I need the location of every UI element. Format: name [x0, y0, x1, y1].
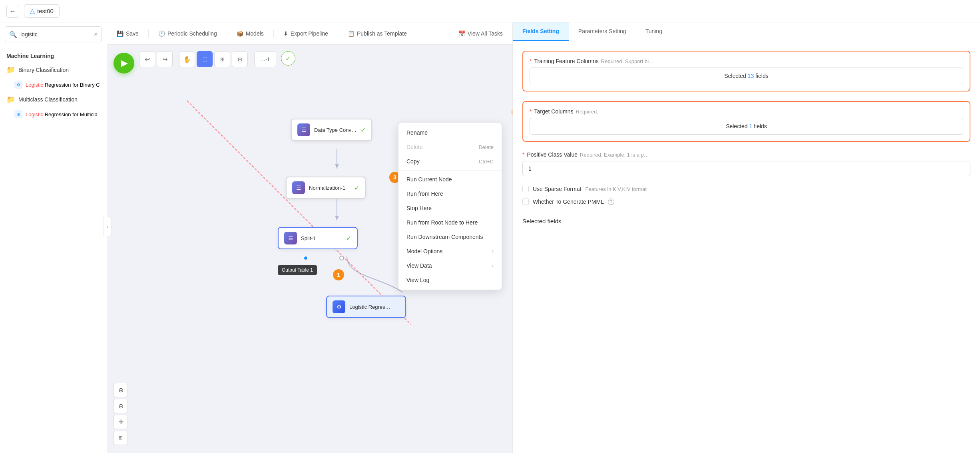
run-button[interactable]: ▶: [114, 53, 134, 74]
sidebar-item-logistic-binary[interactable]: ⚙ Logistic Regression for Binary C: [0, 77, 107, 92]
right-panel: Logistic Regression for Binary Clas… doc…: [512, 0, 980, 453]
top-bar: ← △ test00: [0, 0, 980, 22]
training-feature-title: Training Feature Columns: [534, 58, 598, 64]
zoom-out-button[interactable]: ⊖: [114, 399, 128, 413]
positive-class-title: Positive Class Value: [527, 151, 578, 158]
folder-icon: 📁: [6, 66, 15, 74]
sidebar-folder-multiclass[interactable]: 📁 Multiclass Classification: [0, 92, 107, 107]
publish-button[interactable]: 📋 Publish as Template: [345, 29, 410, 38]
svg-marker-0: [335, 164, 339, 169]
node-data-type[interactable]: ☰ Data Type Conv… ✓: [291, 119, 372, 141]
ctx-stop-here-label: Stop Here: [406, 205, 432, 211]
positive-class-input[interactable]: [522, 161, 970, 176]
select-icon: ⬚: [203, 56, 207, 62]
tab-fields-label: Fields Setting: [522, 28, 559, 34]
node-icon: ⊟: [238, 56, 242, 62]
badge-1: 1: [333, 269, 344, 280]
generate-pmml-checkbox[interactable]: [522, 199, 529, 205]
ctx-run-root[interactable]: Run from Root Node to Here: [398, 215, 502, 230]
redo-button[interactable]: ↪: [157, 51, 173, 67]
node-normalization[interactable]: ☰ Normalization-1 ✓: [286, 177, 366, 199]
target-columns-title: Target Columns: [534, 108, 573, 115]
node-data-type-check: ✓: [361, 126, 366, 134]
ctx-run-from-here[interactable]: Run from Here: [398, 187, 502, 201]
back-button[interactable]: ←: [6, 5, 19, 18]
node-normalization-icon: ☰: [292, 181, 305, 194]
sparse-format-hint: Features in K:V,K:V format: [585, 186, 646, 192]
tab-tuning-label: Tuning: [645, 28, 662, 34]
ctx-view-data-arrow: ›: [492, 263, 494, 268]
node-split-check: ✓: [346, 234, 351, 242]
node-normalization-check: ✓: [354, 184, 359, 192]
hand-tool-button[interactable]: ✋: [179, 51, 195, 67]
node-split[interactable]: ☰ Split-1 ✓: [278, 227, 358, 249]
sidebar-item-logistic-multi[interactable]: ⚙ Logistic Regression for Multicla: [0, 107, 107, 121]
ctx-model-options-label: Model Options: [406, 248, 442, 254]
sparse-format-checkbox[interactable]: [522, 186, 529, 192]
ml-section-header: Machine Learning: [0, 50, 107, 62]
layout-button[interactable]: ⊞: [114, 431, 128, 445]
node-split-label: Split-1: [301, 235, 316, 241]
view-tasks-button[interactable]: 📅 View All Tasks: [455, 29, 506, 38]
models-label: Models: [246, 30, 264, 37]
zoom-in-icon: ⊕: [118, 386, 123, 394]
undo-button[interactable]: ↩: [139, 51, 155, 67]
sidebar-collapse-btn[interactable]: ‹: [104, 217, 112, 236]
clock-icon: 🕐: [158, 30, 165, 37]
save-icon: 💾: [117, 30, 123, 37]
training-feature-button[interactable]: Selected 13 fields: [530, 68, 963, 84]
ctx-rename[interactable]: Rename: [398, 125, 502, 140]
select-tool-button[interactable]: ⬚: [197, 51, 213, 67]
project-name: test00: [37, 8, 54, 14]
scheduling-button[interactable]: 🕐 Periodic Scheduling: [155, 29, 220, 38]
ctx-copy[interactable]: Copy Ctrl+C: [398, 154, 502, 169]
panel-content: * Training Feature Columns Required. Sup…: [513, 41, 980, 453]
redo-icon: ↪: [162, 56, 167, 63]
left-sidebar: All Resources (324) ▾ 🔍 × Machine Learni…: [0, 0, 107, 453]
undo-icon: ↩: [145, 56, 150, 63]
scheduling-label: Periodic Scheduling: [167, 30, 217, 37]
ctx-view-data[interactable]: View Data ›: [398, 258, 502, 273]
export-button[interactable]: ⬇ Export Pipeline: [280, 29, 331, 38]
fit-tool-button[interactable]: ⊞: [214, 51, 230, 67]
play-icon: ▶: [121, 58, 128, 68]
pmml-help-icon[interactable]: ?: [608, 199, 614, 205]
tc-btn-text: Selected 1 fields: [726, 123, 767, 129]
project-tab[interactable]: △ test00: [24, 4, 60, 18]
sidebar-folder-binary[interactable]: 📁 Binary Classification: [0, 62, 107, 77]
node-tool-button[interactable]: ⊟: [232, 51, 248, 67]
ctx-model-options[interactable]: Model Options ›: [398, 244, 502, 258]
canvas-toolbar-bar: 💾 Save 🕐 Periodic Scheduling 📦 Models ⬇ …: [107, 22, 512, 45]
highlight-text: Logistic: [26, 82, 43, 88]
models-button[interactable]: 📦 Models: [233, 29, 267, 38]
zoom-in-button[interactable]: ⊕: [114, 383, 128, 397]
search-input[interactable]: [20, 31, 91, 38]
tab-tuning[interactable]: Tuning: [636, 22, 672, 41]
tab-fields-setting[interactable]: Fields Setting: [513, 22, 569, 41]
ctx-delete-shortcut: Delete: [478, 144, 494, 150]
ctx-stop-here[interactable]: Stop Here: [398, 201, 502, 215]
ctx-view-data-label: View Data: [406, 262, 432, 269]
close-icon[interactable]: ×: [94, 31, 98, 38]
ctx-run-downstream[interactable]: Run Downstream Components: [398, 230, 502, 244]
target-columns-section: * Target Columns Required. Selected 1 fi…: [522, 101, 970, 142]
training-feature-section: * Training Feature Columns Required. Sup…: [522, 51, 970, 91]
target-columns-button[interactable]: Selected 1 fields: [530, 118, 963, 135]
node-check-button[interactable]: ✓: [281, 51, 295, 66]
generate-pmml-label: Whether To Generate PMML: [533, 199, 604, 205]
ctx-rename-label: Rename: [406, 129, 428, 136]
required-star-3: *: [522, 151, 524, 158]
item-rest-multi: Regression for Multicla: [43, 111, 98, 117]
save-button[interactable]: 💾 Save: [114, 29, 142, 38]
tab-parameters-setting[interactable]: Parameters Setting: [569, 22, 636, 41]
badge-1-label: 1: [337, 272, 340, 278]
folder-label-multi: Multiclass Classification: [18, 96, 78, 103]
fit-screen-button[interactable]: ✛: [114, 415, 128, 429]
ctx-view-log[interactable]: View Log: [398, 273, 502, 287]
ctx-copy-label: Copy: [406, 158, 420, 165]
ctx-view-log-label: View Log: [406, 277, 429, 283]
selected-node-label: …-1: [254, 51, 276, 67]
node-logistic[interactable]: ⚙ Logistic Regres…: [326, 296, 406, 318]
node-logistic-icon: ⚙: [333, 300, 345, 313]
ctx-run-current[interactable]: Run Current Node: [398, 172, 502, 187]
